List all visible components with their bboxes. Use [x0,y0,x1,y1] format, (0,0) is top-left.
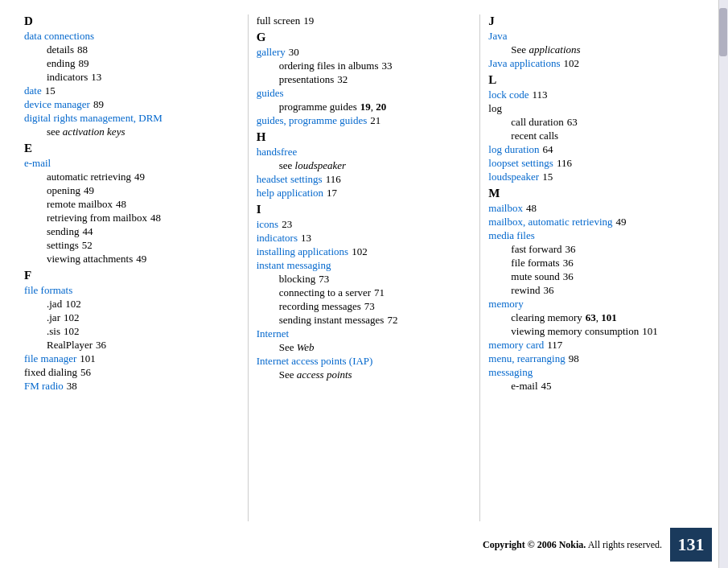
entry-mailbox: mailbox 48 [488,202,704,215]
entry-link[interactable]: handsfree [257,146,298,158]
entry-date: date 15 [24,84,240,97]
entry-fullscreen: full screen 19 [257,14,472,27]
entry-link[interactable]: icons [257,218,278,231]
entry-link[interactable]: help application [257,187,323,200]
entry-loopset: loopset settings 116 [488,157,704,170]
entry-link[interactable]: FM radio [24,380,64,393]
entry-link[interactable]: gallery [257,46,286,59]
entry-link[interactable]: guides, programme guides [257,114,368,127]
entry-settings: settings 52 [24,239,240,252]
letter-J: J [488,14,704,28]
entry-link[interactable]: e-mail [24,157,51,170]
entry-link[interactable]: media files [488,229,534,242]
entry-email: e-mail [24,157,240,170]
entry-menu-rearranging: menu, rearranging 98 [488,352,704,365]
entry-link[interactable]: data connections [24,30,94,43]
footer: Copyright © 2006 Nokia. All rights reser… [0,521,728,568]
entry-link[interactable]: instant messaging [257,259,331,272]
entry-mailbox-auto: mailbox, automatic retrieving 49 [488,216,704,228]
entry-lock-code: lock code 113 [488,88,704,101]
entry-clearing-memory: clearing memory 63, 101 [488,311,704,324]
entry-link[interactable]: date [24,84,42,97]
entry-link[interactable]: messaging [488,366,533,379]
entry-link[interactable]: digital rights management, DRM [24,112,162,125]
entry-recent-calls: recent calls [488,130,704,142]
entry-memory-card: memory card 117 [488,339,704,352]
entry-ending: ending 89 [24,57,240,70]
entry-messaging: messaging [488,366,704,379]
entry-link[interactable]: Internet access points (IAP) [257,355,373,368]
entry-memory: memory [488,298,704,311]
entry-sis: .sis 102 [24,325,240,338]
entry-iap: Internet access points (IAP) [257,355,472,368]
entry-file-formats-m: file formats 36 [488,257,704,270]
entry-link[interactable]: Java [488,30,507,43]
scroll-thumb[interactable] [719,8,727,56]
entry-link[interactable]: file formats [24,284,72,297]
entry-java-apps: Java applications 102 [488,57,704,70]
entry-see-activation: see activation keys [24,126,240,138]
entry-device-manager: device manager 89 [24,98,240,111]
letter-M: M [488,187,704,200]
section-G: G gallery 30 ordering files in albums 33… [257,31,472,127]
entry-mute-sound: mute sound 36 [488,270,704,283]
section-fullscreen: full screen 19 [257,14,472,27]
entry-internet: Internet [257,327,472,340]
entry-log: log [488,102,704,115]
entry-sending: sending 44 [24,225,240,238]
entry-link[interactable]: mailbox [488,202,523,215]
entry-link[interactable]: memory card [488,339,544,352]
entry-link[interactable]: file manager [24,352,76,365]
entry-fixed-dialing: fixed dialing 56 [24,366,240,379]
section-J: J Java See applications Java application… [488,14,704,70]
entry-see-apps: See applications [488,43,704,56]
entry-fast-forward: fast forward 36 [488,243,704,256]
entry-indicators: indicators 13 [257,232,472,245]
entry-indicators: indicators 13 [24,71,240,84]
entry-gallery: gallery 30 [257,46,472,59]
entry-link[interactable]: loopset settings [488,157,553,170]
entry-icons: icons 23 [257,218,472,231]
entry-link[interactable]: lock code [488,88,529,101]
entry-java: Java [488,30,704,43]
entry-programme-guides: programme guides 19, 20 [257,101,472,113]
entry-loudspeaker: loudspeaker 15 [488,171,704,183]
entry-see-access: See access points [257,368,472,381]
entry-details: details 88 [24,43,240,56]
section-M: M mailbox 48 mailbox, automatic retrievi… [488,187,704,393]
entry-see-web: See Web [257,341,472,354]
letter-E: E [24,142,240,155]
entry-log-duration: log duration 64 [488,143,704,156]
entry-link[interactable]: loudspeaker [488,171,539,183]
entry-link[interactable]: device manager [24,98,90,111]
section-I: I icons 23 indicators 13 installing appl… [257,203,472,381]
entry-link[interactable]: menu, rearranging [488,352,565,365]
entry-link[interactable]: guides [257,87,284,100]
entry-link[interactable]: mailbox, automatic retrieving [488,216,612,228]
entry-link[interactable]: log duration [488,143,539,156]
entry-realplayer: RealPlayer 36 [24,339,240,352]
entry-link[interactable]: headset settings [257,173,323,186]
copyright-text: Copyright © 2006 Nokia. All rights reser… [483,539,662,551]
entry-opening: opening 49 [24,184,240,197]
entry-link[interactable]: Java applications [488,57,560,70]
entry-drm: digital rights management, DRM [24,112,240,125]
entry-link[interactable]: Internet [257,327,289,340]
entry-ordering-files: ordering files in albums 33 [257,60,472,72]
entry-sending-instant: sending instant messages 72 [257,314,472,327]
entry-presentations: presentations 32 [257,73,472,86]
entry-file-manager: file manager 101 [24,352,240,365]
entry-link[interactable]: installing applications [257,245,348,258]
scrollbar[interactable] [718,0,728,568]
entry-handsfree: handsfree [257,146,472,158]
entry-guides: guides [257,87,472,100]
entry-link[interactable]: memory [488,298,523,311]
entry-connecting-server: connecting to a server 71 [257,286,472,299]
entry-link[interactable]: indicators [257,232,298,245]
content-area: D data connections details 88 ending 89 … [0,14,728,521]
letter-H: H [257,130,472,144]
section-E: E e-mail automatic retrieving 49 opening… [24,142,240,265]
letter-I: I [257,203,472,216]
section-F: F file formats .jad 102 .jar 102 .sis 10… [24,269,240,393]
letter-L: L [488,73,704,87]
